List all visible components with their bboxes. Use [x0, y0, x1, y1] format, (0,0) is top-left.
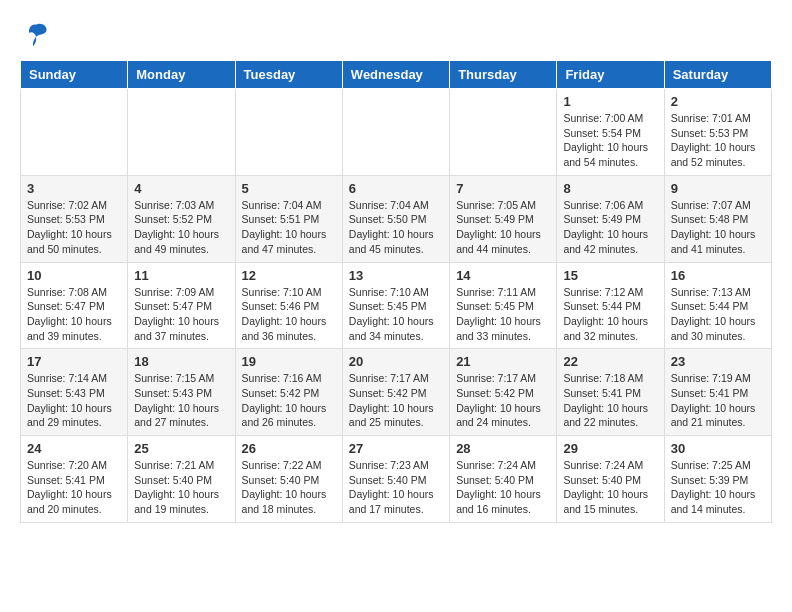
day-info: Sunrise: 7:12 AM Sunset: 5:44 PM Dayligh…	[563, 285, 657, 344]
day-number: 28	[456, 441, 550, 456]
day-number: 13	[349, 268, 443, 283]
logo	[20, 20, 50, 44]
calendar-cell: 4Sunrise: 7:03 AM Sunset: 5:52 PM Daylig…	[128, 175, 235, 262]
calendar-cell: 18Sunrise: 7:15 AM Sunset: 5:43 PM Dayli…	[128, 349, 235, 436]
day-number: 18	[134, 354, 228, 369]
calendar-cell: 15Sunrise: 7:12 AM Sunset: 5:44 PM Dayli…	[557, 262, 664, 349]
calendar-week-row: 1Sunrise: 7:00 AM Sunset: 5:54 PM Daylig…	[21, 89, 772, 176]
day-info: Sunrise: 7:04 AM Sunset: 5:51 PM Dayligh…	[242, 198, 336, 257]
day-info: Sunrise: 7:10 AM Sunset: 5:45 PM Dayligh…	[349, 285, 443, 344]
calendar-cell: 6Sunrise: 7:04 AM Sunset: 5:50 PM Daylig…	[342, 175, 449, 262]
day-info: Sunrise: 7:17 AM Sunset: 5:42 PM Dayligh…	[349, 371, 443, 430]
calendar-header-monday: Monday	[128, 61, 235, 89]
calendar-cell: 12Sunrise: 7:10 AM Sunset: 5:46 PM Dayli…	[235, 262, 342, 349]
calendar-cell: 10Sunrise: 7:08 AM Sunset: 5:47 PM Dayli…	[21, 262, 128, 349]
calendar-cell: 25Sunrise: 7:21 AM Sunset: 5:40 PM Dayli…	[128, 436, 235, 523]
day-info: Sunrise: 7:10 AM Sunset: 5:46 PM Dayligh…	[242, 285, 336, 344]
day-info: Sunrise: 7:03 AM Sunset: 5:52 PM Dayligh…	[134, 198, 228, 257]
calendar-cell	[342, 89, 449, 176]
calendar-cell	[128, 89, 235, 176]
day-info: Sunrise: 7:14 AM Sunset: 5:43 PM Dayligh…	[27, 371, 121, 430]
calendar-cell: 21Sunrise: 7:17 AM Sunset: 5:42 PM Dayli…	[450, 349, 557, 436]
day-info: Sunrise: 7:09 AM Sunset: 5:47 PM Dayligh…	[134, 285, 228, 344]
day-number: 14	[456, 268, 550, 283]
day-number: 9	[671, 181, 765, 196]
calendar-header-wednesday: Wednesday	[342, 61, 449, 89]
day-number: 4	[134, 181, 228, 196]
day-number: 2	[671, 94, 765, 109]
day-info: Sunrise: 7:24 AM Sunset: 5:40 PM Dayligh…	[563, 458, 657, 517]
day-info: Sunrise: 7:01 AM Sunset: 5:53 PM Dayligh…	[671, 111, 765, 170]
day-info: Sunrise: 7:24 AM Sunset: 5:40 PM Dayligh…	[456, 458, 550, 517]
day-info: Sunrise: 7:04 AM Sunset: 5:50 PM Dayligh…	[349, 198, 443, 257]
day-number: 22	[563, 354, 657, 369]
day-info: Sunrise: 7:02 AM Sunset: 5:53 PM Dayligh…	[27, 198, 121, 257]
day-number: 5	[242, 181, 336, 196]
calendar-header-saturday: Saturday	[664, 61, 771, 89]
calendar-week-row: 24Sunrise: 7:20 AM Sunset: 5:41 PM Dayli…	[21, 436, 772, 523]
day-info: Sunrise: 7:22 AM Sunset: 5:40 PM Dayligh…	[242, 458, 336, 517]
day-number: 1	[563, 94, 657, 109]
day-info: Sunrise: 7:00 AM Sunset: 5:54 PM Dayligh…	[563, 111, 657, 170]
calendar-week-row: 3Sunrise: 7:02 AM Sunset: 5:53 PM Daylig…	[21, 175, 772, 262]
page-header	[20, 20, 772, 44]
calendar-week-row: 10Sunrise: 7:08 AM Sunset: 5:47 PM Dayli…	[21, 262, 772, 349]
day-info: Sunrise: 7:21 AM Sunset: 5:40 PM Dayligh…	[134, 458, 228, 517]
day-number: 21	[456, 354, 550, 369]
day-info: Sunrise: 7:19 AM Sunset: 5:41 PM Dayligh…	[671, 371, 765, 430]
day-number: 7	[456, 181, 550, 196]
calendar-cell	[21, 89, 128, 176]
logo-bird-icon	[22, 20, 50, 48]
day-number: 12	[242, 268, 336, 283]
calendar-cell: 17Sunrise: 7:14 AM Sunset: 5:43 PM Dayli…	[21, 349, 128, 436]
calendar-cell: 23Sunrise: 7:19 AM Sunset: 5:41 PM Dayli…	[664, 349, 771, 436]
calendar-cell: 2Sunrise: 7:01 AM Sunset: 5:53 PM Daylig…	[664, 89, 771, 176]
day-number: 11	[134, 268, 228, 283]
calendar-cell: 27Sunrise: 7:23 AM Sunset: 5:40 PM Dayli…	[342, 436, 449, 523]
day-number: 23	[671, 354, 765, 369]
calendar-header-thursday: Thursday	[450, 61, 557, 89]
day-info: Sunrise: 7:15 AM Sunset: 5:43 PM Dayligh…	[134, 371, 228, 430]
day-number: 3	[27, 181, 121, 196]
calendar-cell: 24Sunrise: 7:20 AM Sunset: 5:41 PM Dayli…	[21, 436, 128, 523]
day-info: Sunrise: 7:07 AM Sunset: 5:48 PM Dayligh…	[671, 198, 765, 257]
calendar-cell: 19Sunrise: 7:16 AM Sunset: 5:42 PM Dayli…	[235, 349, 342, 436]
calendar-header-tuesday: Tuesday	[235, 61, 342, 89]
day-number: 16	[671, 268, 765, 283]
day-number: 17	[27, 354, 121, 369]
day-info: Sunrise: 7:23 AM Sunset: 5:40 PM Dayligh…	[349, 458, 443, 517]
calendar-cell: 9Sunrise: 7:07 AM Sunset: 5:48 PM Daylig…	[664, 175, 771, 262]
calendar-cell: 5Sunrise: 7:04 AM Sunset: 5:51 PM Daylig…	[235, 175, 342, 262]
calendar-cell: 30Sunrise: 7:25 AM Sunset: 5:39 PM Dayli…	[664, 436, 771, 523]
day-info: Sunrise: 7:13 AM Sunset: 5:44 PM Dayligh…	[671, 285, 765, 344]
calendar-header-friday: Friday	[557, 61, 664, 89]
calendar-header-sunday: Sunday	[21, 61, 128, 89]
calendar-cell: 3Sunrise: 7:02 AM Sunset: 5:53 PM Daylig…	[21, 175, 128, 262]
day-number: 26	[242, 441, 336, 456]
day-number: 19	[242, 354, 336, 369]
day-info: Sunrise: 7:25 AM Sunset: 5:39 PM Dayligh…	[671, 458, 765, 517]
calendar-cell	[235, 89, 342, 176]
day-info: Sunrise: 7:06 AM Sunset: 5:49 PM Dayligh…	[563, 198, 657, 257]
calendar-cell: 8Sunrise: 7:06 AM Sunset: 5:49 PM Daylig…	[557, 175, 664, 262]
day-number: 25	[134, 441, 228, 456]
day-info: Sunrise: 7:17 AM Sunset: 5:42 PM Dayligh…	[456, 371, 550, 430]
day-info: Sunrise: 7:05 AM Sunset: 5:49 PM Dayligh…	[456, 198, 550, 257]
day-info: Sunrise: 7:08 AM Sunset: 5:47 PM Dayligh…	[27, 285, 121, 344]
calendar-cell: 28Sunrise: 7:24 AM Sunset: 5:40 PM Dayli…	[450, 436, 557, 523]
calendar-cell: 14Sunrise: 7:11 AM Sunset: 5:45 PM Dayli…	[450, 262, 557, 349]
calendar-week-row: 17Sunrise: 7:14 AM Sunset: 5:43 PM Dayli…	[21, 349, 772, 436]
day-number: 27	[349, 441, 443, 456]
calendar-cell: 7Sunrise: 7:05 AM Sunset: 5:49 PM Daylig…	[450, 175, 557, 262]
calendar-cell: 16Sunrise: 7:13 AM Sunset: 5:44 PM Dayli…	[664, 262, 771, 349]
calendar-cell: 11Sunrise: 7:09 AM Sunset: 5:47 PM Dayli…	[128, 262, 235, 349]
calendar-table: SundayMondayTuesdayWednesdayThursdayFrid…	[20, 60, 772, 523]
day-number: 8	[563, 181, 657, 196]
day-number: 29	[563, 441, 657, 456]
day-number: 30	[671, 441, 765, 456]
calendar-cell: 22Sunrise: 7:18 AM Sunset: 5:41 PM Dayli…	[557, 349, 664, 436]
day-info: Sunrise: 7:18 AM Sunset: 5:41 PM Dayligh…	[563, 371, 657, 430]
day-info: Sunrise: 7:11 AM Sunset: 5:45 PM Dayligh…	[456, 285, 550, 344]
day-info: Sunrise: 7:16 AM Sunset: 5:42 PM Dayligh…	[242, 371, 336, 430]
calendar-cell: 20Sunrise: 7:17 AM Sunset: 5:42 PM Dayli…	[342, 349, 449, 436]
